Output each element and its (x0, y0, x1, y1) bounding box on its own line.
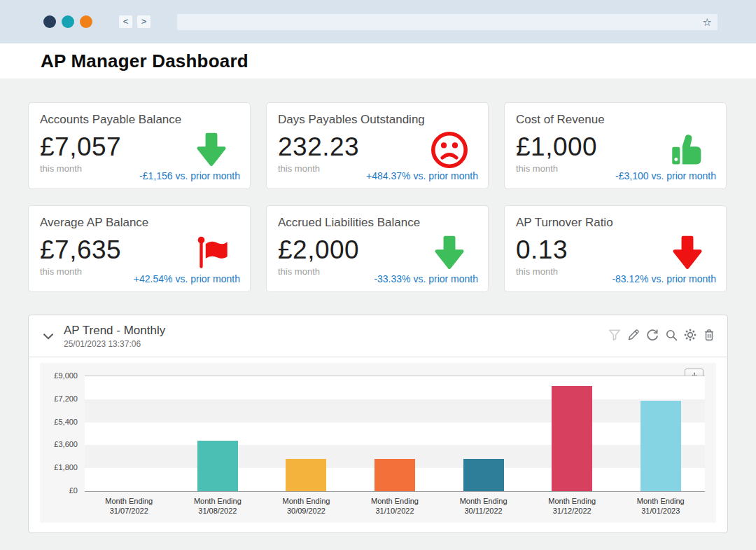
chart-toolbar (608, 328, 716, 342)
edit-icon[interactable] (626, 328, 640, 342)
bar-31/10/2022[interactable] (374, 459, 415, 491)
x-tick-label: Month Ending31/07/2022 (85, 496, 174, 516)
y-tick-label: £7,200 (40, 394, 78, 403)
y-tick-label: £1,800 (40, 463, 78, 472)
bar-column (439, 376, 528, 491)
kpi-title: Days Payables Outstanding (278, 113, 477, 127)
kpi-title: Cost of Revenue (516, 113, 715, 127)
kpi-card-accounts-payable-balance: Accounts Payable Balance £7,057 this mon… (28, 102, 251, 189)
kpi-delta: +484.37% vs. prior month (366, 170, 478, 181)
chart-title: AP Trend - Monthly (64, 324, 165, 338)
kpi-delta: -83.12% vs. prior month (612, 273, 716, 284)
kpi-delta: -33.33% vs. prior month (374, 273, 478, 284)
kpi-title: Accounts Payable Balance (40, 113, 239, 127)
x-tick-label: Month Ending30/09/2022 (262, 496, 351, 516)
bar-column (616, 376, 705, 491)
plot-area: £9,000£7,200£5,400£3,600£1,800£0 (85, 376, 705, 492)
back-button[interactable]: < (119, 15, 132, 28)
y-tick-label: £0 (40, 486, 78, 495)
bar-column (351, 376, 440, 491)
trend-down-good-icon (191, 130, 232, 170)
bar-31/01/2023[interactable] (640, 401, 681, 491)
chart-panel: AP Trend - Monthly 25/01/2023 13:37:06 (28, 315, 728, 533)
settings-icon[interactable] (683, 328, 697, 342)
bar-31/12/2022[interactable] (552, 386, 592, 491)
bar-chart: £9,000£7,200£5,400£3,600£1,800£0 Month E… (40, 363, 716, 523)
x-tick-label: Month Ending31/12/2022 (528, 496, 617, 516)
bar-column (85, 376, 174, 491)
refresh-icon[interactable] (645, 328, 659, 342)
browser-chrome: < > ☆ (0, 0, 756, 43)
title-band: AP Manager Dashboard (0, 43, 756, 78)
chart-panel-header: AP Trend - Monthly 25/01/2023 13:37:06 (29, 315, 727, 357)
kpi-card-cost-of-revenue: Cost of Revenue £1,000 this month -£3,10… (504, 102, 727, 189)
x-axis: Month Ending31/07/2022Month Ending31/08/… (85, 496, 705, 516)
x-tick-label: Month Ending30/11/2022 (439, 496, 528, 516)
bars (85, 376, 705, 491)
bar-30/11/2022[interactable] (463, 459, 504, 491)
y-tick-label: £5,400 (40, 418, 78, 426)
forward-button[interactable]: > (137, 15, 150, 28)
kpi-title: AP Turnover Ratio (516, 216, 715, 230)
kpi-title: Accrued Liabilities Balance (278, 216, 477, 230)
kpi-card-average-ap-balance: Average AP Balance £7,635 this month +42… (28, 205, 251, 292)
y-tick-label: £9,000 (40, 371, 78, 380)
delete-icon[interactable] (702, 328, 716, 342)
window-controls (43, 15, 92, 28)
bar-column (262, 376, 351, 491)
filter-icon[interactable] (608, 328, 622, 342)
page-title: AP Manager Dashboard (41, 50, 248, 72)
window-dot-orange-icon (80, 15, 92, 28)
bookmark-star-icon[interactable]: ☆ (703, 17, 712, 27)
collapse-chevron-down-icon[interactable] (40, 328, 57, 345)
kpi-title: Average AP Balance (40, 216, 239, 230)
red-flag-icon (191, 233, 232, 273)
sad-face-icon (429, 130, 470, 170)
window-dot-teal-icon (62, 15, 74, 28)
kpi-grid: Accounts Payable Balance £7,057 this mon… (28, 102, 728, 292)
bar-column (528, 376, 617, 491)
thumbs-up-icon (667, 130, 708, 170)
y-tick-label: £3,600 (40, 440, 78, 448)
bar-column (174, 376, 262, 491)
bar-30/09/2022[interactable] (286, 459, 326, 491)
bar-31/08/2022[interactable] (197, 441, 238, 491)
chart-timestamp: 25/01/2023 13:37:06 (64, 339, 165, 349)
trend-down-bad-icon (667, 233, 708, 273)
search-icon[interactable] (664, 328, 678, 342)
x-tick-label: Month Ending31/10/2022 (351, 496, 440, 516)
kpi-delta: -£3,100 vs. prior month (615, 170, 716, 181)
x-tick-label: Month Ending31/08/2022 (174, 496, 262, 516)
kpi-delta: +42.54% vs. prior month (134, 273, 240, 284)
trend-down-good-icon (429, 233, 470, 273)
x-tick-label: Month Ending31/01/2023 (616, 496, 705, 516)
kpi-card-ap-turnover-ratio: AP Turnover Ratio 0.13 this month -83.12… (504, 205, 727, 292)
kpi-card-accrued-liabilities-balance: Accrued Liabilities Balance £2,000 this … (266, 205, 489, 292)
kpi-card-days-payables-outstanding: Days Payables Outstanding 232.23 this mo… (266, 102, 489, 189)
kpi-delta: -£1,156 vs. prior month (139, 170, 240, 181)
window-dot-navy-icon (43, 15, 56, 28)
url-bar[interactable]: ☆ (177, 14, 718, 30)
